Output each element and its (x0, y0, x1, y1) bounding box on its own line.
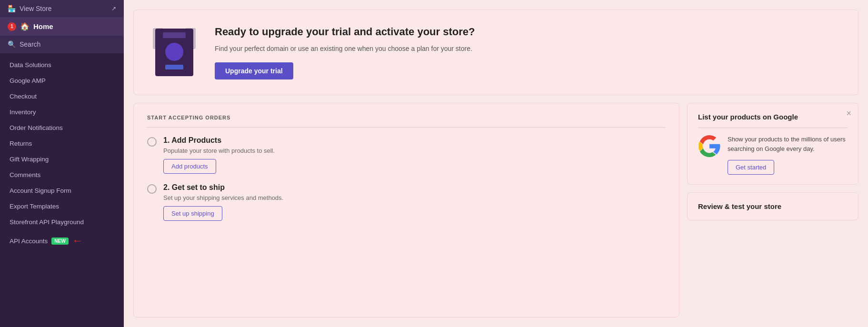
sidebar-top: 🏪 View Store ↗ 1 🏠 Home 🔍 Search (0, 0, 124, 53)
external-link-icon: ↗ (111, 5, 116, 12)
step-1-radio[interactable] (147, 137, 157, 147)
bottom-row: START ACCEPTING ORDERS 1. Add Products P… (133, 103, 858, 317)
home-label: Home (33, 22, 53, 30)
view-store-row[interactable]: 🏪 View Store ↗ (0, 0, 124, 17)
right-column: × List your products on Google Show your… (687, 103, 858, 317)
home-icon: 🏠 (20, 22, 30, 31)
sidebar-item-google-amp[interactable]: Google AMP (0, 73, 124, 89)
step-1-content: 1. Add Products Populate your store with… (163, 136, 275, 174)
step-2-description: Set up your shipping services and method… (163, 194, 283, 201)
set-up-shipping-button[interactable]: Set up shipping (163, 206, 222, 221)
orders-divider (147, 127, 666, 128)
sidebar-item-inventory[interactable]: Inventory (0, 104, 124, 120)
google-card-divider (698, 128, 848, 128)
sidebar: 🏪 View Store ↗ 1 🏠 Home 🔍 Search Data So… (0, 0, 124, 327)
review-card: Review & test your store (687, 192, 858, 220)
upgrade-description: Find your perfect domain or use an exist… (215, 44, 844, 54)
illustration-bar-top (163, 32, 186, 38)
orders-title: START ACCEPTING ORDERS (147, 115, 666, 120)
search-icon: 🔍 (8, 40, 16, 48)
step-2-title: 2. Get set to ship (163, 183, 283, 192)
arrow-icon: ← (72, 235, 83, 247)
orders-card: START ACCEPTING ORDERS 1. Add Products P… (133, 103, 679, 317)
step-2: 2. Get set to ship Set up your shipping … (147, 183, 666, 221)
sidebar-item-storefront-api-playground[interactable]: Storefront API Playground (0, 214, 124, 230)
sidebar-item-account-signup-form[interactable]: Account Signup Form (0, 183, 124, 198)
review-card-title: Review & test your store (698, 202, 848, 210)
illustration-box (155, 29, 193, 76)
step-2-content: 2. Get set to ship Set up your shipping … (163, 183, 283, 221)
sidebar-nav: Data Solutions Google AMP Checkout Inven… (0, 53, 124, 327)
google-card-title: List your products on Google (698, 113, 848, 121)
upgrade-trial-button[interactable]: Upgrade your trial (215, 62, 293, 79)
illustration-bar-bottom (165, 65, 183, 69)
search-row[interactable]: 🔍 Search (0, 36, 124, 53)
api-accounts-label: API Accounts (10, 238, 48, 245)
step-2-radio[interactable] (147, 184, 157, 194)
sidebar-item-comments[interactable]: Comments (0, 167, 124, 183)
new-badge: NEW (51, 238, 68, 245)
sidebar-item-order-notifications[interactable]: Order Notifications (0, 120, 124, 136)
google-card-close-button[interactable]: × (846, 109, 851, 118)
google-card-action: Get started (728, 160, 848, 175)
upgrade-title: Ready to upgrade your trial and activate… (215, 25, 844, 39)
get-started-button[interactable]: Get started (728, 160, 774, 175)
sidebar-item-checkout[interactable]: Checkout (0, 89, 124, 104)
sidebar-item-returns[interactable]: Returns (0, 136, 124, 151)
home-row[interactable]: 1 🏠 Home (0, 17, 124, 36)
step-1-description: Populate your store with products to sel… (163, 147, 275, 154)
sidebar-item-export-templates[interactable]: Export Templates (0, 198, 124, 214)
google-card: × List your products on Google Show your… (687, 103, 858, 185)
sidebar-item-api-accounts[interactable]: API Accounts NEW ← (0, 230, 124, 252)
upgrade-text-area: Ready to upgrade your trial and activate… (215, 25, 844, 79)
upgrade-card: Ready to upgrade your trial and activate… (133, 10, 858, 95)
sidebar-item-data-solutions[interactable]: Data Solutions (0, 57, 124, 73)
illustration-circle (165, 43, 183, 61)
store-icon: 🏪 (8, 5, 16, 12)
google-logo-icon (698, 135, 721, 158)
step-1-title: 1. Add Products (163, 136, 275, 145)
sidebar-item-gift-wrapping[interactable]: Gift Wrapping (0, 151, 124, 167)
google-card-description: Show your products to the millions of us… (728, 135, 848, 153)
upgrade-illustration (148, 21, 200, 83)
main-content: Ready to upgrade your trial and activate… (124, 0, 868, 327)
search-label: Search (20, 40, 40, 48)
google-card-text: Show your products to the millions of us… (728, 135, 848, 175)
home-badge: 1 (8, 22, 16, 31)
view-store-label: View Store (20, 5, 51, 12)
google-card-body: Show your products to the millions of us… (698, 135, 848, 175)
step-1: 1. Add Products Populate your store with… (147, 136, 666, 174)
arrow-indicator: ← (72, 235, 85, 247)
view-store-left: 🏪 View Store (8, 5, 51, 12)
add-products-button[interactable]: Add products (163, 159, 216, 174)
